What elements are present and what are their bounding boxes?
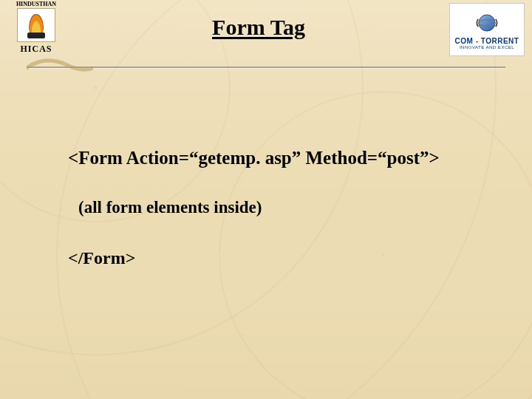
logo-left-top-text: HINDUSTHAN [16, 1, 56, 7]
code-line-close: </Form> [68, 248, 488, 268]
logo-right-label-left: COM [455, 37, 474, 45]
flame-icon [29, 14, 44, 36]
logo-right-sub: INNOVATE AND EXCEL [460, 45, 514, 50]
globe-icon [474, 10, 499, 35]
divider [27, 66, 505, 69]
logo-left: HINDUSTHAN HICAS [4, 1, 68, 62]
header: HINDUSTHAN HICAS Form Tag [0, 0, 532, 61]
logo-right-label-right: TORRENT [481, 37, 519, 45]
logo-right-label-dash: - [473, 37, 480, 45]
code-line-open: <Form Action=“getemp. asp” Method=“post”… [68, 148, 488, 168]
logo-left-bottom-text: HICAS [20, 44, 52, 55]
slide-title: Form Tag [212, 15, 305, 40]
swoosh-icon [27, 58, 93, 78]
title-wrap: Form Tag [68, 0, 449, 40]
content: <Form Action=“getemp. asp” Method=“post”… [68, 148, 488, 268]
logo-right: COM - TORRENT INNOVATE AND EXCEL [449, 3, 525, 56]
svg-point-0 [479, 14, 495, 30]
logo-right-label: COM - TORRENT [455, 37, 519, 45]
code-line-middle: (all form elements inside) [78, 198, 488, 217]
torch-icon [17, 8, 55, 42]
slide: HINDUSTHAN HICAS Form Tag [0, 0, 532, 399]
